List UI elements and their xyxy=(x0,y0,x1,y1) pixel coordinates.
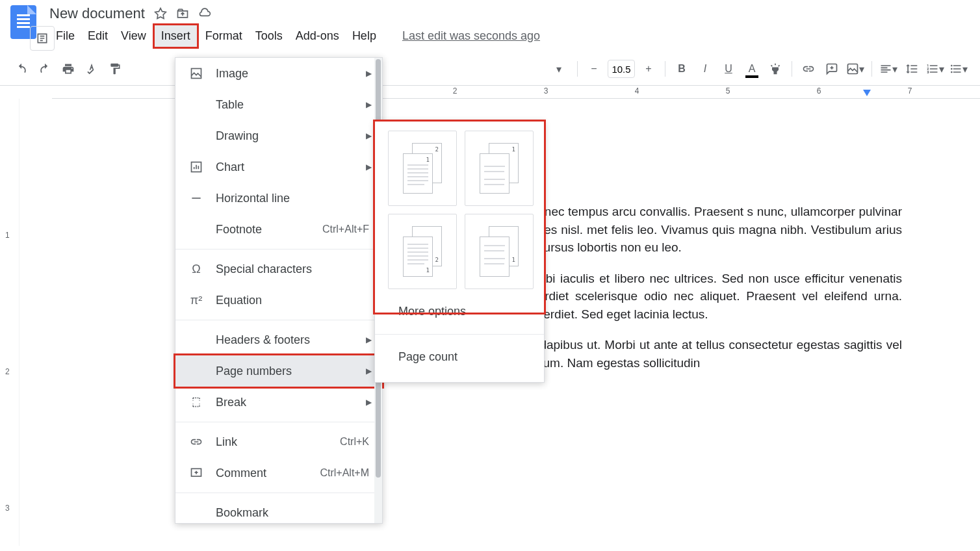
text-color-button[interactable]: A xyxy=(741,58,763,80)
page-number-header-all[interactable]: 2 1 xyxy=(388,131,457,206)
ruler-mark: 6 xyxy=(817,86,821,96)
horizontal-line-icon xyxy=(188,190,204,206)
menu-edit[interactable]: Edit xyxy=(81,25,114,47)
vruler-mark: 2 xyxy=(5,367,10,376)
document-title[interactable]: New document xyxy=(49,5,145,22)
submenu-arrow-icon: ▶ xyxy=(366,131,372,140)
print-button[interactable] xyxy=(57,58,79,80)
submenu-arrow-icon: ▶ xyxy=(366,398,372,407)
insert-link-button[interactable] xyxy=(797,58,819,80)
ruler-mark: 5 xyxy=(726,86,730,96)
menu-item-bookmark[interactable]: Bookmark xyxy=(175,497,382,523)
menu-item-page-numbers[interactable]: Page numbers ▶ xyxy=(174,353,384,389)
star-icon[interactable] xyxy=(154,7,167,20)
menu-format[interactable]: Format xyxy=(199,25,249,47)
omega-icon: Ω xyxy=(188,261,204,277)
ruler-mark: 3 xyxy=(544,86,548,96)
menu-view[interactable]: View xyxy=(114,25,153,47)
submenu-arrow-icon: ▶ xyxy=(366,162,372,172)
menubar: File Edit View Insert Format Tools Add-o… xyxy=(49,23,970,49)
align-button[interactable]: ▾ xyxy=(877,58,899,80)
menu-label: Link xyxy=(216,435,237,449)
menu-help[interactable]: Help xyxy=(346,25,383,47)
submenu-arrow-icon: ▶ xyxy=(366,335,372,344)
menu-label: Drawing xyxy=(216,129,259,143)
underline-button[interactable]: U xyxy=(717,58,740,80)
line-spacing-button[interactable] xyxy=(901,58,923,80)
menu-shortcut: Ctrl+Alt+M xyxy=(320,467,369,479)
equation-icon: π² xyxy=(188,292,204,308)
ruler-mark: 7 xyxy=(908,86,912,96)
menu-item-drawing[interactable]: Drawing ▶ xyxy=(175,120,382,151)
paint-format-button[interactable] xyxy=(104,58,126,80)
menu-addons[interactable]: Add-ons xyxy=(289,25,346,47)
insert-image-button[interactable]: ▾ xyxy=(844,58,866,80)
link-icon xyxy=(188,434,204,450)
submenu-arrow-icon: ▶ xyxy=(366,366,372,376)
cloud-status-icon[interactable] xyxy=(198,7,211,20)
menu-item-chart[interactable]: Chart ▶ xyxy=(175,151,382,183)
menu-label: Chart xyxy=(216,160,244,174)
page-numbers-submenu: 2 1 1 2 1 xyxy=(374,121,545,383)
comment-icon xyxy=(188,465,204,481)
highlight-button[interactable] xyxy=(764,58,786,80)
page-number-footer-skip-first[interactable]: 1 xyxy=(465,214,534,289)
menu-insert[interactable]: Insert xyxy=(153,23,199,49)
italic-button[interactable]: I xyxy=(694,58,716,80)
menu-item-link[interactable]: Link Ctrl+K xyxy=(175,426,382,457)
font-family-dropdown[interactable]: ▾ xyxy=(546,58,572,80)
image-icon xyxy=(188,66,204,81)
menu-item-table[interactable]: Table ▶ xyxy=(175,89,382,120)
ruler-mark: 4 xyxy=(635,86,639,96)
redo-button[interactable] xyxy=(34,58,56,80)
menu-shortcut: Ctrl+K xyxy=(340,436,369,448)
menu-label: Break xyxy=(216,396,246,409)
undo-button[interactable] xyxy=(10,58,32,80)
menu-label: Special characters xyxy=(216,263,312,276)
menu-label: Page numbers xyxy=(216,365,292,378)
page-number-footer-all[interactable]: 2 1 xyxy=(388,214,457,289)
menu-label: Equation xyxy=(216,294,262,307)
insert-menu-dropdown: Image ▶ Table ▶ Drawing ▶ Chart ▶ Horizo… xyxy=(175,57,383,524)
menu-label: Comment xyxy=(216,467,266,480)
menu-item-image[interactable]: Image ▶ xyxy=(175,58,382,89)
decrease-font-button[interactable]: − xyxy=(583,58,605,80)
ruler-indent-marker[interactable] xyxy=(863,90,871,96)
menu-item-equation[interactable]: π² Equation xyxy=(175,285,382,316)
vruler-mark: 3 xyxy=(5,504,10,513)
add-comment-button[interactable] xyxy=(821,58,843,80)
menu-label: Horizontal line xyxy=(216,192,290,205)
menu-item-comment[interactable]: Comment Ctrl+Alt+M xyxy=(175,457,382,489)
document-outline-button[interactable] xyxy=(30,26,55,51)
bulleted-list-button[interactable]: ▾ xyxy=(948,58,970,80)
last-edit-link[interactable]: Last edit was seconds ago xyxy=(402,29,540,43)
menu-item-special-characters[interactable]: Ω Special characters xyxy=(175,253,382,285)
vertical-ruler[interactable]: 1 2 3 xyxy=(0,99,19,546)
ruler-mark: 2 xyxy=(453,86,458,96)
vruler-mark: 1 xyxy=(5,231,10,240)
submenu-arrow-icon: ▶ xyxy=(366,69,372,78)
submenu-arrow-icon: ▶ xyxy=(366,100,372,109)
spellcheck-button[interactable] xyxy=(81,58,103,80)
menu-item-headers-footers[interactable]: Headers & footers ▶ xyxy=(175,324,382,355)
menu-item-footnote[interactable]: Footnote Ctrl+Alt+F xyxy=(175,214,382,245)
numbered-list-button[interactable]: ▾ xyxy=(924,58,946,80)
page-number-header-skip-first[interactable]: 1 xyxy=(465,131,534,206)
submenu-more-options[interactable]: More options xyxy=(375,296,544,327)
bold-button[interactable]: B xyxy=(671,58,693,80)
menu-item-break[interactable]: Break ▶ xyxy=(175,387,382,418)
menu-label: Footnote xyxy=(216,223,262,237)
increase-font-button[interactable]: + xyxy=(638,58,660,80)
font-size-input[interactable] xyxy=(608,60,635,78)
menu-tools[interactable]: Tools xyxy=(249,25,289,47)
break-icon xyxy=(188,394,204,410)
menu-shortcut: Ctrl+Alt+F xyxy=(322,224,369,235)
toolbar: ▾ − + B I U A ▾ ▾ ▾ ▾ xyxy=(0,53,980,86)
submenu-page-count[interactable]: Page count xyxy=(375,341,544,373)
menu-label: Bookmark xyxy=(216,506,268,520)
move-icon[interactable] xyxy=(176,7,189,20)
menu-label: Image xyxy=(216,67,248,81)
menu-label: Table xyxy=(216,98,244,112)
menu-label: Headers & footers xyxy=(216,333,310,347)
menu-item-horizontal-line[interactable]: Horizontal line xyxy=(175,183,382,214)
